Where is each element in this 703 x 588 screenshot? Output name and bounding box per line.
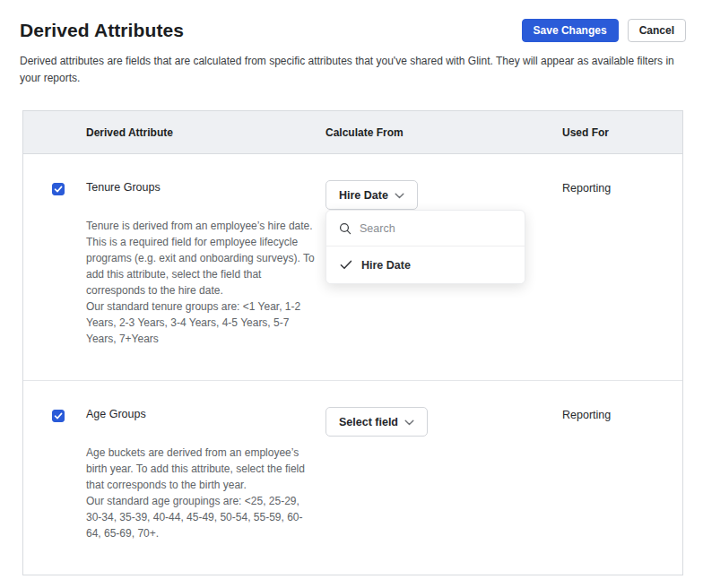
age-field-dropdown[interactable]: Select field	[325, 407, 428, 437]
row-title: Age Groups	[86, 408, 315, 421]
chevron-down-icon	[404, 419, 414, 426]
tenure-field-dropdown[interactable]: Hire Date	[325, 180, 418, 210]
row-description-groups: Our standard age groupings are: <25, 25-…	[86, 493, 315, 541]
age-calculate-from-cell: Select field	[325, 381, 562, 575]
header-calculate-from: Calculate From	[325, 126, 562, 139]
field-dropdown-menu: Hire Date	[325, 210, 525, 284]
dropdown-option-hire-date[interactable]: Hire Date	[326, 246, 525, 283]
selected-check-icon	[340, 260, 352, 270]
age-used-for: Reporting	[562, 381, 682, 575]
age-groups-checkbox[interactable]	[52, 410, 65, 422]
tenure-checkbox-cell	[23, 154, 86, 380]
header-derived-attribute: Derived Attribute	[86, 126, 325, 139]
row-title: Tenure Groups	[86, 181, 315, 195]
header-actions: Save Changes Cancel	[522, 19, 686, 42]
age-checkbox-cell	[23, 381, 86, 575]
table-row-tenure-groups: Tenure Groups Tenure is derived from an …	[23, 154, 682, 381]
row-description: Age buckets are derived from an employee…	[86, 445, 315, 493]
row-description: Tenure is derived from an employee’s hir…	[86, 218, 315, 298]
table-header-row: Derived Attribute Calculate From Used Fo…	[23, 111, 682, 154]
tenure-calculate-from-cell: Hire Date Hire Date	[325, 154, 562, 380]
header-used-for: Used For	[562, 126, 682, 139]
page-header: Derived Attributes Save Changes Cancel	[0, 0, 703, 42]
dropdown-search-input[interactable]	[360, 222, 512, 235]
age-name-cell: Age Groups Age buckets are derived from …	[86, 381, 325, 575]
derived-attributes-table: Derived Attribute Calculate From Used Fo…	[22, 110, 683, 575]
tenure-used-for: Reporting	[562, 154, 682, 380]
checkmark-icon	[54, 185, 63, 194]
checkmark-icon	[54, 411, 63, 420]
dropdown-label: Select field	[339, 416, 398, 428]
page-title: Derived Attributes	[20, 18, 184, 42]
tenure-name-cell: Tenure Groups Tenure is derived from an …	[86, 154, 325, 380]
table-row-age-groups: Age Groups Age buckets are derived from …	[23, 381, 682, 575]
cancel-button[interactable]: Cancel	[628, 19, 686, 42]
dropdown-search-row	[326, 211, 525, 246]
chevron-down-icon	[395, 193, 404, 199]
tenure-groups-checkbox[interactable]	[52, 183, 65, 195]
search-icon	[339, 222, 352, 235]
dropdown-option-label: Hire Date	[361, 259, 411, 272]
save-changes-button[interactable]: Save Changes	[522, 19, 619, 42]
page-description: Derived attributes are fields that are c…	[20, 53, 683, 87]
dropdown-label: Hire Date	[339, 189, 388, 202]
row-description-groups: Our standard tenure groups are: <1 Year,…	[86, 298, 315, 347]
